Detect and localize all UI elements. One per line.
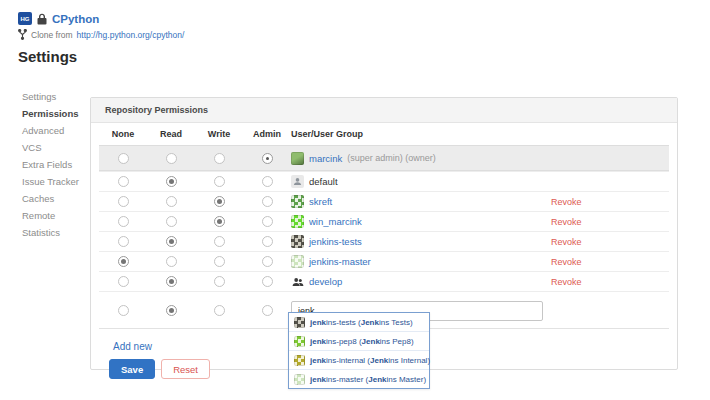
revoke-link-jenkins-tests[interactable]: Revoke bbox=[551, 237, 582, 247]
user-link-win-marcink[interactable]: win_marcink bbox=[309, 216, 362, 227]
save-button[interactable]: Save bbox=[109, 359, 155, 379]
radio-write-new-user[interactable] bbox=[214, 305, 225, 316]
radio-none-jenkins-tests[interactable] bbox=[118, 236, 129, 247]
user-link-skreft[interactable]: skreft bbox=[309, 196, 332, 207]
autocomplete-item-label: jenkins-pep8 (Jenkins Pep8) bbox=[310, 337, 414, 346]
revoke-link-develop[interactable]: Revoke bbox=[551, 277, 582, 287]
radio-write-jenkins-master[interactable] bbox=[214, 256, 225, 267]
radio-read-develop[interactable] bbox=[166, 276, 177, 287]
repo-header: HG CPython Clone from http://hg.python.o… bbox=[18, 11, 184, 40]
radio-admin-jenkins-tests[interactable] bbox=[262, 236, 273, 247]
permission-row-jenkins-master: jenkins-masterRevoke bbox=[99, 251, 669, 271]
radio-write-marcink[interactable] bbox=[214, 153, 225, 164]
permission-rows: marcink(super admin) (owner)defaultskref… bbox=[99, 145, 669, 291]
radio-admin-win-marcink[interactable] bbox=[262, 216, 273, 227]
autocomplete-item-jenkins-pep8[interactable]: jenkins-pep8 (Jenkins Pep8) bbox=[289, 331, 429, 350]
radio-write-develop[interactable] bbox=[214, 276, 225, 287]
radio-none-win-marcink[interactable] bbox=[118, 216, 129, 227]
column-header-admin: Admin bbox=[243, 129, 291, 139]
radio-admin-skreft[interactable] bbox=[262, 196, 273, 207]
radio-admin-jenkins-master[interactable] bbox=[262, 256, 273, 267]
panel-title: Repository Permissions bbox=[91, 98, 677, 123]
column-header-user-user-group: User/User Group bbox=[291, 129, 551, 139]
radio-read-marcink[interactable] bbox=[166, 153, 177, 164]
autocomplete-item-jenkins-master[interactable]: jenkins-master (Jenkins Master) bbox=[289, 369, 429, 388]
user-group-icon bbox=[291, 275, 304, 288]
permission-row-default: default bbox=[99, 171, 669, 191]
radio-read-new-user[interactable] bbox=[166, 305, 177, 316]
permission-row-win-marcink: win_marcinkRevoke bbox=[99, 211, 669, 231]
sidebar-item-caches[interactable]: Caches bbox=[22, 190, 79, 207]
radio-none-jenkins-master[interactable] bbox=[118, 256, 129, 267]
radio-none-default[interactable] bbox=[118, 176, 129, 187]
autocomplete-item-label: jenkins-master (Jenkins Master) bbox=[310, 375, 426, 384]
identicon-avatar bbox=[291, 215, 304, 228]
sidebar-item-issue-tracker[interactable]: Issue Tracker bbox=[22, 173, 79, 190]
user-link-develop[interactable]: develop bbox=[309, 276, 342, 287]
sidebar-item-statistics[interactable]: Statistics bbox=[22, 224, 79, 241]
radio-write-default[interactable] bbox=[214, 176, 225, 187]
column-header-write: Write bbox=[195, 129, 243, 139]
lock-icon bbox=[37, 13, 47, 25]
sidebar-item-remote[interactable]: Remote bbox=[22, 207, 79, 224]
revoke-link-win-marcink[interactable]: Revoke bbox=[551, 217, 582, 227]
radio-read-jenkins-master[interactable] bbox=[166, 256, 177, 267]
user-suffix: (super admin) (owner) bbox=[347, 153, 436, 163]
sidebar-item-vcs[interactable]: VCS bbox=[22, 139, 79, 156]
identicon-avatar bbox=[291, 235, 304, 248]
clone-url-link[interactable]: http://hg.python.org/cpython/ bbox=[77, 30, 185, 40]
permission-row-skreft: skreftRevoke bbox=[99, 191, 669, 211]
add-new-link[interactable]: Add new bbox=[113, 341, 152, 352]
column-header-none: None bbox=[99, 129, 147, 139]
table-header-row: NoneReadWriteAdminUser/User Group bbox=[99, 123, 669, 145]
radio-none-new-user[interactable] bbox=[118, 305, 129, 316]
identicon-avatar bbox=[294, 317, 305, 328]
identicon-avatar bbox=[294, 374, 305, 385]
radio-none-marcink[interactable] bbox=[118, 153, 129, 164]
radio-none-develop[interactable] bbox=[118, 276, 129, 287]
radio-read-win-marcink[interactable] bbox=[166, 216, 177, 227]
permission-row-marcink: marcink(super admin) (owner) bbox=[99, 145, 669, 171]
radio-admin-develop[interactable] bbox=[262, 276, 273, 287]
settings-nav: SettingsPermissionsAdvancedVCSExtra Fiel… bbox=[22, 88, 79, 241]
permission-row-jenkins-tests: jenkins-testsRevoke bbox=[99, 231, 669, 251]
radio-write-skreft[interactable] bbox=[214, 196, 225, 207]
repo-name-link[interactable]: CPython bbox=[52, 13, 99, 25]
sidebar-item-extra-fields[interactable]: Extra Fields bbox=[22, 156, 79, 173]
sidebar-item-settings[interactable]: Settings bbox=[22, 88, 79, 105]
radio-admin-default[interactable] bbox=[262, 176, 273, 187]
user-link-jenkins-master[interactable]: jenkins-master bbox=[309, 256, 371, 267]
autocomplete-item-label: jenkins-internal (Jenkins Internal) bbox=[310, 356, 430, 365]
autocomplete-item-label: jenkins-tests (Jenkins Tests) bbox=[310, 318, 413, 327]
autocomplete-item-jenkins-internal[interactable]: jenkins-internal (Jenkins Internal) bbox=[289, 350, 429, 369]
user-link-marcink[interactable]: marcink bbox=[309, 153, 342, 164]
identicon-avatar bbox=[294, 336, 305, 347]
radio-none-skreft[interactable] bbox=[118, 196, 129, 207]
user-avatar bbox=[291, 152, 304, 165]
mercurial-repo-type-icon: HG bbox=[18, 12, 32, 25]
reset-button[interactable]: Reset bbox=[161, 359, 210, 379]
user-label-default: default bbox=[309, 176, 338, 187]
identicon-avatar bbox=[291, 255, 304, 268]
column-header-read: Read bbox=[147, 129, 195, 139]
identicon-avatar bbox=[294, 355, 305, 366]
sidebar-item-permissions[interactable]: Permissions bbox=[22, 105, 79, 122]
page-title: Settings bbox=[18, 48, 77, 65]
radio-write-win-marcink[interactable] bbox=[214, 216, 225, 227]
user-link-jenkins-tests[interactable]: jenkins-tests bbox=[309, 236, 362, 247]
revoke-link-skreft[interactable]: Revoke bbox=[551, 197, 582, 207]
default-user-icon bbox=[291, 175, 304, 188]
radio-read-skreft[interactable] bbox=[166, 196, 177, 207]
radio-admin-marcink[interactable] bbox=[262, 153, 273, 164]
fork-icon bbox=[18, 29, 27, 40]
permission-row-develop: developRevoke bbox=[99, 271, 669, 291]
identicon-avatar bbox=[291, 195, 304, 208]
radio-write-jenkins-tests[interactable] bbox=[214, 236, 225, 247]
radio-read-default[interactable] bbox=[166, 176, 177, 187]
user-autocomplete-dropdown: jenkins-tests (Jenkins Tests)jenkins-pep… bbox=[288, 312, 430, 389]
autocomplete-item-jenkins-tests[interactable]: jenkins-tests (Jenkins Tests) bbox=[289, 313, 429, 331]
radio-read-jenkins-tests[interactable] bbox=[166, 236, 177, 247]
revoke-link-jenkins-master[interactable]: Revoke bbox=[551, 257, 582, 267]
sidebar-item-advanced[interactable]: Advanced bbox=[22, 122, 79, 139]
radio-admin-new-user[interactable] bbox=[262, 305, 273, 316]
